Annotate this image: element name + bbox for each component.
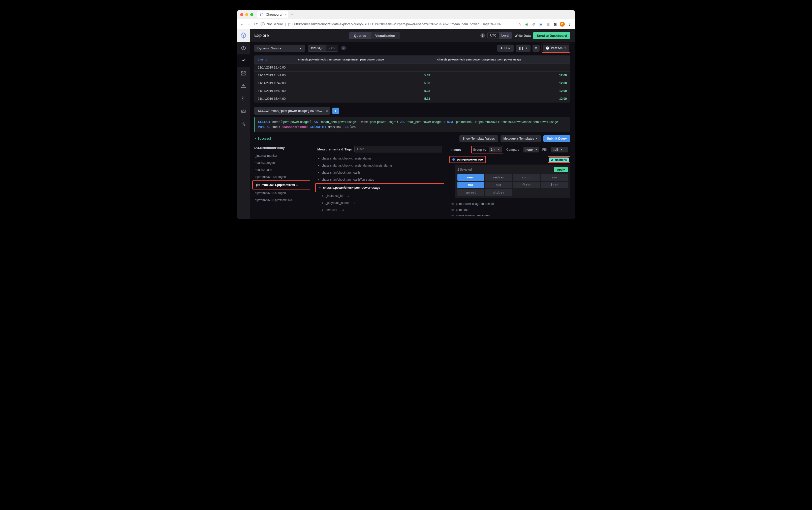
caret-icon: ▶ (318, 171, 320, 174)
db-item[interactable]: ptp:mmx960-1.ptp:mmx960-1 (253, 181, 309, 188)
help-icon[interactable]: ? (480, 33, 485, 38)
nav-admin[interactable] (237, 105, 250, 117)
star-icon[interactable]: ☆ (517, 22, 522, 26)
measurement-item[interactable]: ▶chassis.fan/check-fan-health (315, 169, 444, 176)
func-spread[interactable]: spread (457, 189, 484, 196)
reload-button[interactable]: ⟳ (254, 22, 258, 26)
table-row: 11/14/2019 15:43:005.3312.00 (254, 87, 570, 95)
add-query-button[interactable]: + (332, 108, 339, 114)
field-item[interactable]: pem-state (450, 207, 570, 213)
tag-item[interactable]: ▶_playbook_name — 1 (315, 199, 444, 206)
func-min[interactable]: min (541, 174, 568, 181)
lang-flux[interactable]: Flux (326, 45, 338, 51)
nav-explore[interactable] (237, 54, 250, 67)
traffic-lights[interactable] (240, 13, 253, 16)
col-time[interactable]: time▲ (254, 55, 295, 64)
tag-item[interactable]: ▶_instance_id — 1 (315, 192, 444, 199)
ext5-icon[interactable]: ▩ (553, 22, 557, 26)
table-row: 11/14/2019 15:44:005.3312.00 (254, 95, 570, 103)
func-stddev[interactable]: stddev (485, 189, 512, 196)
col-mean[interactable]: chassis.power/check-pem-power-usage.mean… (295, 55, 434, 64)
back-button[interactable]: ← (240, 22, 244, 26)
nav-alerts[interactable] (237, 80, 250, 92)
caret-icon: ▶ (322, 202, 324, 204)
apply-button[interactable]: Apply (554, 167, 568, 172)
func-first[interactable]: first (513, 182, 540, 188)
refresh-button[interactable]: ⟳ (532, 44, 540, 52)
site-info-icon[interactable]: i (261, 22, 265, 26)
func-median[interactable]: median (485, 174, 512, 181)
nav-config[interactable] (237, 117, 250, 130)
explore-icon (241, 58, 246, 63)
metaquery-templates-dropdown[interactable]: Metaquery Templates ▼ (500, 135, 541, 142)
ext3-icon[interactable]: ▣ (539, 22, 543, 26)
db-item[interactable]: ptp:mmx960-1.autogen (252, 173, 310, 180)
browser-extensions: ☆ ◉ ⊙ ▣ ▦ ▩ D ⋮ (517, 22, 572, 27)
logo-icon (240, 32, 247, 39)
func-mean[interactable]: mean (457, 174, 484, 181)
nav-status[interactable] (237, 42, 250, 54)
field-item[interactable]: pem-power-usage-threshold (450, 201, 570, 207)
menu-icon[interactable]: ⋮ (567, 22, 572, 26)
show-template-values-button[interactable]: Show Template Values (459, 135, 498, 142)
query-toolbar: Dynamic Source ▼ InfluxQL Flux ? ⬇CSV ❚❚… (250, 42, 575, 54)
db-item[interactable]: ptp:mmx960-3.ptp:mmx960-3 (252, 197, 310, 204)
time-range-dropdown[interactable]: 🕐Past 5m▼ (543, 44, 569, 52)
func-last[interactable]: last (541, 182, 568, 188)
ext1-icon[interactable]: ◉ (524, 22, 529, 26)
func-sum[interactable]: sum (485, 182, 512, 188)
measurement-item[interactable]: ▶chassis.fan/check-fan-health/fan-status (315, 176, 444, 183)
crown-icon (241, 109, 246, 114)
measurement-item[interactable]: ▶chassis.alarms/check-chassis-alarms (315, 155, 444, 162)
pause-button[interactable]: ❚❚ ▼ (516, 44, 530, 52)
source-dropdown[interactable]: Dynamic Source ▼ (254, 44, 305, 52)
db-item[interactable]: health.health (252, 166, 310, 173)
close-tab-icon[interactable]: × (285, 12, 287, 17)
filter-input[interactable] (354, 146, 442, 152)
compare-dropdown[interactable]: none▼ (523, 147, 539, 152)
field-pem-power-usage[interactable]: pem-power-usage (451, 157, 484, 162)
ext4-icon[interactable]: ▦ (546, 22, 550, 26)
fields-column: Fields Group by: 1m▼ Compare: none▼ Fill… (447, 143, 573, 216)
db-item[interactable]: ptp:mmx960-3.autogen (252, 189, 310, 197)
browser-tab-title: Chronograf (266, 12, 282, 17)
db-item[interactable]: _internal.monitor (252, 152, 310, 159)
address-bar[interactable]: i Not Secure | [::]:8888/sources/0/chron… (261, 22, 514, 26)
query-tab[interactable]: SELECT mean("pem-power-usage") AS "mean_… (254, 107, 330, 115)
app-logo[interactable] (237, 29, 250, 42)
tz-local[interactable]: Local (499, 32, 512, 38)
send-to-dashboard-button[interactable]: Send to Dashboard (533, 32, 570, 39)
nav-dashboards[interactable] (237, 67, 250, 80)
new-tab-button[interactable]: + (291, 12, 294, 17)
measurement-item[interactable]: ▶chassis.alarms/check-chassis-alarms/cha… (315, 162, 444, 169)
db-item[interactable]: health.autogen (252, 159, 310, 166)
functions-badge[interactable]: 2 Functions (549, 157, 569, 162)
measurement-item[interactable]: ▼chassis.power/check-pem-power-usage (316, 184, 443, 191)
profile-avatar[interactable]: D (560, 22, 565, 27)
not-secure-label: Not Secure (267, 22, 283, 26)
tz-utc[interactable]: UTC (488, 32, 499, 38)
query-editor[interactable]: SELECT mean("pem-power-usage") AS "mean_… (254, 117, 570, 132)
func-count[interactable]: count (513, 174, 540, 181)
write-data-button[interactable]: Write Data (515, 34, 531, 37)
csv-button[interactable]: ⬇CSV (497, 44, 514, 52)
lang-influxql[interactable]: InfluxQL (308, 45, 326, 51)
ext2-icon[interactable]: ⊙ (531, 22, 536, 26)
func-max[interactable]: max (457, 182, 484, 188)
fill-dropdown[interactable]: null▼ (551, 147, 568, 152)
highlight-time-range: 🕐Past 5m▼ (542, 43, 570, 53)
tag-item[interactable]: ▶chassis.power/check-pem-power-usage/pem… (315, 213, 444, 216)
nav-logs[interactable] (237, 92, 250, 105)
groupby-dropdown[interactable]: 1m▼ (489, 147, 502, 152)
col-max[interactable]: chassis.power/check-pem-power-usage.max_… (434, 55, 570, 64)
tab-queries[interactable]: Queries (349, 32, 371, 39)
browser-tab[interactable]: Chronograf × (257, 11, 288, 18)
close-icon[interactable]: × (326, 109, 328, 113)
source-label: Dynamic Source (257, 47, 281, 50)
tab-visualization[interactable]: Visualization (371, 32, 400, 39)
field-item[interactable]: power-capacity-maximum (450, 213, 570, 216)
tag-item[interactable]: ▶pem-slot — 3 (315, 206, 444, 213)
chevron-down-icon: ▼ (560, 149, 562, 151)
lang-help-icon[interactable]: ? (341, 46, 346, 51)
submit-query-button[interactable]: Submit Query (543, 135, 570, 142)
